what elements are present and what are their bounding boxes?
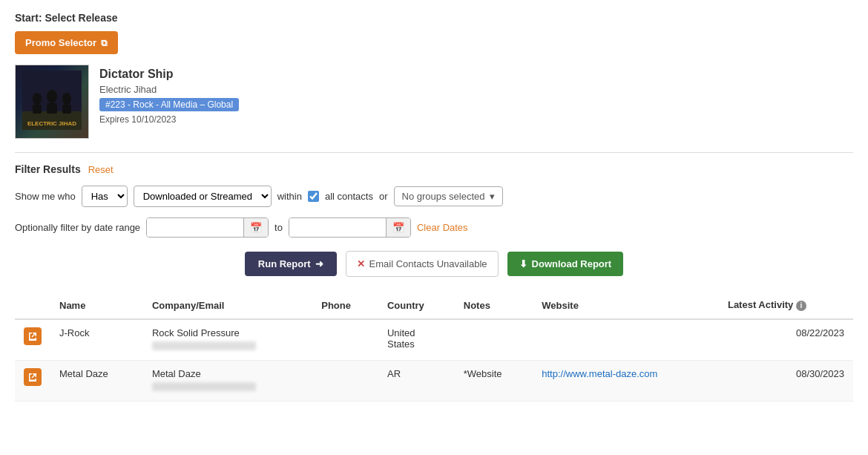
or-label: or <box>379 191 388 202</box>
download-icon: ⬇ <box>519 258 527 269</box>
company-name: Rock Solid Pressure <box>152 327 303 338</box>
row-company-email: Metal Daze <box>143 361 312 402</box>
table-row: Metal Daze Metal Daze AR *Website http:/… <box>15 361 853 402</box>
row-phone <box>312 361 378 402</box>
col-header-name: Name <box>50 292 143 319</box>
svg-point-4 <box>47 90 57 103</box>
email-unavailable-label: Email Contacts Unavailable <box>369 258 487 269</box>
table-row: J-Rock Rock Solid Pressure UnitedStates … <box>15 319 853 361</box>
release-thumbnail: ELECTRIC JIHAD <box>15 65 89 139</box>
col-header-country: Country <box>378 292 455 319</box>
svg-point-6 <box>62 93 71 105</box>
row-link-icon[interactable] <box>24 368 42 386</box>
run-report-button[interactable]: Run Report ➜ <box>245 252 337 276</box>
email-blurred <box>152 382 256 391</box>
col-header-notes: Notes <box>455 292 533 319</box>
company-name: Metal Daze <box>152 368 303 379</box>
svg-rect-3 <box>33 105 42 114</box>
filter-header: Filter Results Reset <box>15 163 853 175</box>
end-date-input[interactable] <box>289 218 386 237</box>
start-date-wrapper: 📅 <box>146 217 269 238</box>
page-container: Start: Select Release Promo Selector ⧉ <box>0 0 868 413</box>
activity-type-select[interactable]: Downloaded or Streamed <box>134 186 272 207</box>
download-report-label: Download Report <box>532 258 612 269</box>
svg-rect-7 <box>62 105 71 114</box>
release-expires: Expires 10/10/2023 <box>99 114 239 125</box>
col-header-latest-activity: Latest Activity i <box>719 292 853 319</box>
start-date-calendar-button[interactable]: 📅 <box>243 218 268 237</box>
within-label: within <box>277 191 302 202</box>
all-contacts-label: all contacts <box>325 191 373 202</box>
promo-selector-label: Promo Selector <box>25 37 96 48</box>
to-label: to <box>274 222 283 233</box>
row-website: http://www.metal-daze.com <box>533 361 719 402</box>
col-header-phone: Phone <box>312 292 378 319</box>
filter-results-label: Filter Results <box>15 163 81 175</box>
svg-rect-5 <box>47 103 57 114</box>
has-select[interactable]: Has <box>82 186 128 207</box>
date-range-label: Optionally filter by date range <box>15 222 140 233</box>
date-range-row: Optionally filter by date range 📅 to 📅 C… <box>15 217 853 238</box>
external-link-icon: ⧉ <box>101 38 108 48</box>
end-date-calendar-button[interactable]: 📅 <box>386 218 410 237</box>
email-x-icon: ✕ <box>357 258 365 269</box>
reset-link[interactable]: Reset <box>88 164 114 175</box>
row-name: J-Rock <box>50 319 143 361</box>
download-report-button[interactable]: ⬇ Download Report <box>507 252 624 276</box>
latest-activity-info-icon[interactable]: i <box>796 301 806 311</box>
results-table: Name Company/Email Phone Country Notes W… <box>15 292 853 402</box>
groups-dropdown[interactable]: No groups selected ▾ <box>394 186 503 206</box>
end-date-wrapper: 📅 <box>289 217 411 238</box>
row-country: UnitedStates <box>378 319 455 361</box>
col-header-company-email: Company/Email <box>143 292 312 319</box>
thumbnail-text: ELECTRIC JIHAD <box>22 71 82 132</box>
release-card: ELECTRIC JIHAD Dictator Ship Electric Ji… <box>15 65 853 139</box>
release-info: Dictator Ship Electric Jihad #223 - Rock… <box>99 65 239 125</box>
row-notes <box>455 319 533 361</box>
row-company-email: Rock Solid Pressure <box>143 319 312 361</box>
website-link[interactable]: http://www.metal-daze.com <box>542 368 657 379</box>
row-link-icon-cell <box>15 361 50 402</box>
show-me-who-label: Show me who <box>15 191 76 202</box>
run-report-arrow-icon: ➜ <box>315 258 323 269</box>
row-link-icon[interactable] <box>24 327 42 345</box>
row-phone <box>312 319 378 361</box>
run-report-label: Run Report <box>258 258 311 269</box>
svg-text:ELECTRIC JIHAD: ELECTRIC JIHAD <box>27 120 76 127</box>
row-country: AR <box>378 361 455 402</box>
table-header-row: Name Company/Email Phone Country Notes W… <box>15 292 853 319</box>
no-groups-label: No groups selected <box>402 191 485 202</box>
clear-dates-link[interactable]: Clear Dates <box>417 222 468 233</box>
row-link-icon-cell <box>15 319 50 361</box>
divider <box>15 152 853 153</box>
row-website <box>533 319 719 361</box>
release-badge: #223 - Rock - All Media – Global <box>99 98 239 111</box>
row-notes: *Website <box>455 361 533 402</box>
row-name: Metal Daze <box>50 361 143 402</box>
email-blurred <box>152 341 256 350</box>
release-artist: Electric Jihad <box>99 84 239 95</box>
row-latest-activity: 08/22/2023 <box>719 319 853 361</box>
svg-point-2 <box>33 93 42 105</box>
email-contacts-button: ✕ Email Contacts Unavailable <box>346 251 499 277</box>
row-latest-activity: 08/30/2023 <box>719 361 853 402</box>
start-date-input[interactable] <box>147 218 243 237</box>
all-contacts-checkbox[interactable] <box>308 191 319 202</box>
actions-row: Run Report ➜ ✕ Email Contacts Unavailabl… <box>15 251 853 277</box>
col-header-icon <box>15 292 50 319</box>
promo-selector-button[interactable]: Promo Selector ⧉ <box>15 31 118 54</box>
col-header-website: Website <box>533 292 719 319</box>
release-title: Dictator Ship <box>99 68 239 81</box>
filter-row: Show me who Has Downloaded or Streamed w… <box>15 186 853 207</box>
dropdown-chevron-icon: ▾ <box>490 191 495 202</box>
start-label: Start: Select Release <box>15 12 853 24</box>
